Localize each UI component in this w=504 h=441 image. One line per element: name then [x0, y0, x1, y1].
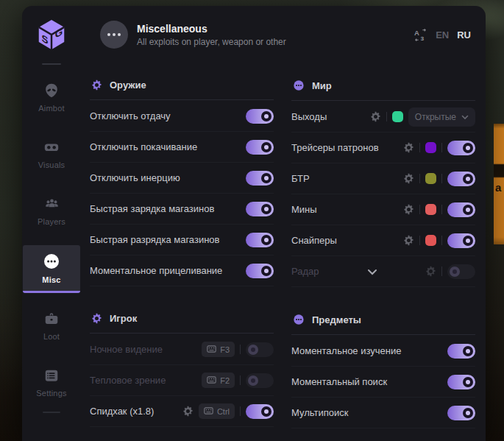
row-label: Моментальный поиск	[291, 376, 447, 387]
toggle[interactable]	[447, 406, 475, 420]
row-controls	[403, 141, 475, 155]
row-label: Быстрая зарядка магазинов	[90, 203, 246, 214]
settings-row: Моментальный поиск	[291, 367, 475, 398]
keyboard-icon	[207, 345, 216, 354]
color-swatch[interactable]	[425, 235, 436, 246]
row-controls	[246, 140, 274, 155]
row-controls	[246, 171, 274, 186]
toggle[interactable]	[246, 404, 274, 419]
settings-row: БТР	[291, 163, 475, 194]
toggle[interactable]	[246, 264, 274, 278]
toggle[interactable]	[447, 141, 475, 155]
separator	[419, 236, 420, 245]
lang-en-button[interactable]: EN	[436, 29, 449, 40]
toggle[interactable]	[246, 233, 274, 247]
settings-row: Тепловое зрениеF2	[90, 365, 274, 396]
divider	[291, 334, 475, 335]
hotkey-badge[interactable]: Ctrl	[199, 403, 235, 419]
main-content: ОружиеОтключить отдачуОтключить покачива…	[81, 63, 486, 441]
settings-row: Спидхак (x1.8)Ctrl	[90, 396, 274, 427]
row-controls	[246, 264, 274, 278]
section-player: ИгрокНочное видениеF3Тепловое зрениеF2Сп…	[90, 313, 274, 427]
keyboard-icon	[204, 407, 213, 416]
divider	[291, 100, 475, 101]
sidebar-item-misc[interactable]: Misc	[23, 245, 80, 293]
separator	[419, 143, 420, 152]
toggle[interactable]	[246, 342, 274, 357]
svg-text:з: з	[421, 34, 425, 42]
gear-icon[interactable]	[403, 173, 414, 184]
section-title: Игрок	[110, 313, 137, 324]
hotkey-badge[interactable]: F3	[202, 342, 235, 357]
separator	[240, 375, 241, 385]
color-swatch[interactable]	[425, 142, 436, 153]
gear-icon[interactable]	[370, 111, 381, 122]
sidebar-item-visuals[interactable]: Visuals	[23, 132, 80, 178]
gear-icon[interactable]	[403, 142, 414, 153]
settings-row: Отключить покачивание	[90, 132, 274, 163]
separator	[386, 112, 387, 121]
hotkey-label: F3	[220, 345, 230, 354]
row-controls: F3	[202, 342, 274, 357]
toggle[interactable]	[447, 202, 475, 217]
gear-icon[interactable]	[403, 204, 414, 215]
row-controls	[403, 202, 475, 217]
hotkey-badge[interactable]: F2	[202, 373, 235, 388]
toggle[interactable]	[447, 375, 475, 389]
sidebar-item-label: Aimbot	[38, 104, 64, 113]
sidebar-item-aimbot[interactable]: Aimbot	[23, 75, 80, 121]
separator	[441, 267, 442, 276]
color-swatch[interactable]	[392, 111, 403, 122]
gear-icon[interactable]	[403, 235, 414, 246]
gear-icon	[91, 313, 102, 324]
section-header: Игрок	[90, 313, 274, 324]
row-label: Быстрая разрядка магазинов	[90, 234, 246, 245]
row-controls	[403, 172, 475, 186]
toggle[interactable]	[447, 264, 475, 279]
color-swatch[interactable]	[425, 173, 436, 184]
hotkey-label: Ctrl	[217, 407, 230, 416]
app-window: S G Miscellaneous All exploits on player…	[22, 6, 486, 441]
alien-icon	[43, 82, 60, 99]
page-header: Miscellaneous All exploits on player, we…	[81, 6, 486, 63]
gear-icon[interactable]	[425, 266, 436, 277]
row-label: Мины	[291, 204, 403, 215]
row-controls	[246, 109, 274, 124]
toggle[interactable]	[447, 344, 475, 359]
row-label: Выходы	[291, 111, 370, 122]
settings-row: ВыходыОткрытые	[291, 102, 475, 133]
translate-icon: A з	[414, 28, 427, 42]
gear-icon[interactable]	[182, 406, 194, 417]
lang-ru-button[interactable]: RU	[457, 29, 471, 40]
sidebar-item-loot[interactable]: Loot	[23, 303, 80, 350]
row-controls	[403, 233, 475, 248]
settings-row: Радар	[291, 256, 475, 287]
row-label: Отключить инерцию	[90, 172, 246, 183]
sidebar-item-settings[interactable]: Settings	[23, 360, 80, 406]
dropdown[interactable]: Открытые	[408, 107, 475, 127]
sidebar-item-label: Players	[38, 217, 65, 226]
section-title: Предметы	[312, 314, 361, 325]
separator	[441, 205, 442, 214]
toggle[interactable]	[246, 109, 274, 124]
settings-row: Отключить инерцию	[90, 163, 274, 194]
separator	[240, 345, 241, 354]
section-title: Оружие	[110, 80, 146, 91]
settings-row: Моментальное прицеливание	[90, 255, 274, 286]
color-swatch[interactable]	[425, 204, 436, 215]
toggle[interactable]	[246, 373, 274, 388]
toggle[interactable]	[246, 171, 274, 186]
separator	[441, 143, 442, 152]
dots-icon	[293, 314, 305, 325]
chevron-down-icon[interactable]	[367, 265, 377, 278]
toggle[interactable]	[447, 172, 475, 186]
toggle[interactable]	[447, 233, 475, 248]
chevron-down-icon	[461, 112, 469, 122]
sidebar-item-players[interactable]: Players	[23, 188, 80, 235]
toggle[interactable]	[246, 202, 274, 216]
ellipsis-circle-icon	[43, 253, 60, 270]
row-controls: Ctrl	[182, 403, 274, 419]
toggle[interactable]	[246, 140, 274, 155]
settings-row: Трейсеры патронов	[291, 133, 475, 163]
section-items: ПредметыМоментальное изучениеМоментальны…	[291, 314, 475, 428]
